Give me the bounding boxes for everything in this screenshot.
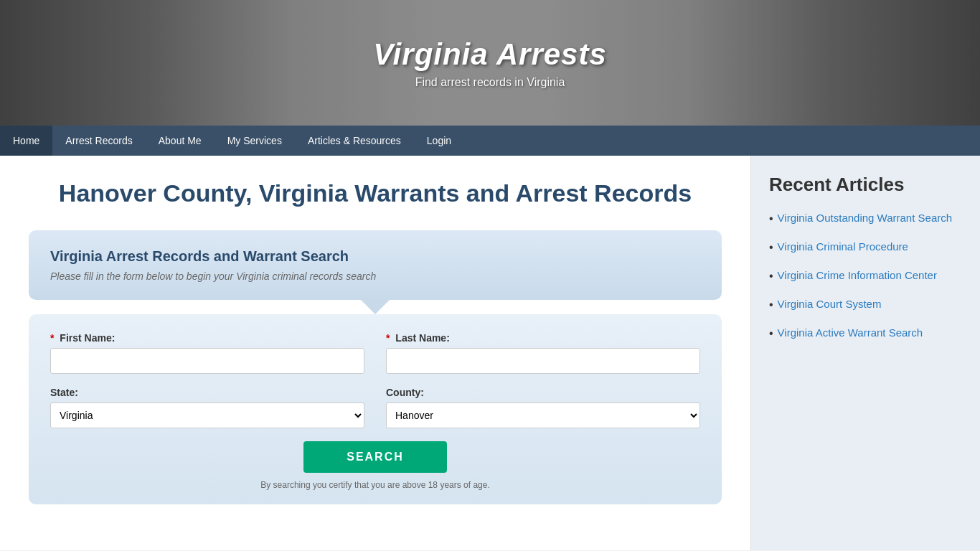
nav-link-articles[interactable]: Articles & Resources — [295, 126, 414, 156]
search-box-arrow — [361, 300, 390, 314]
main-content: Hanover County, Virginia Warrants and Ar… — [0, 156, 750, 550]
state-select[interactable]: Virginia — [50, 402, 364, 428]
form-disclaimer: By searching you certify that you are ab… — [50, 480, 700, 490]
article-link-5[interactable]: Virginia Active Warrant Search — [778, 325, 923, 342]
form-group-county: County: Hanover — [386, 387, 700, 428]
first-name-input[interactable] — [50, 348, 364, 374]
form-group-lastname: * Last Name: — [386, 332, 700, 374]
form-group-state: State: Virginia — [50, 387, 364, 428]
nav-link-about[interactable]: About Me — [146, 126, 215, 156]
site-title: Virginia Arrests — [373, 37, 607, 72]
last-name-label: * Last Name: — [386, 332, 700, 344]
county-label: County: — [386, 387, 700, 398]
nav-link-services[interactable]: My Services — [215, 126, 295, 156]
bullet-icon: • — [769, 210, 773, 227]
form-area: * First Name: * Last Name: State: — [29, 314, 722, 504]
county-select[interactable]: Hanover — [386, 402, 700, 428]
form-group-firstname: * First Name: — [50, 332, 364, 374]
sidebar-title: Recent Articles — [769, 174, 962, 196]
main-nav: Home Arrest Records About Me My Services… — [0, 126, 980, 156]
list-item: • Virginia Outstanding Warrant Search — [769, 210, 962, 227]
article-link-4[interactable]: Virginia Court System — [778, 296, 882, 313]
nav-link-login[interactable]: Login — [414, 126, 464, 156]
search-box-subtitle: Please fill in the form below to begin y… — [50, 270, 700, 282]
article-link-1[interactable]: Virginia Outstanding Warrant Search — [778, 210, 952, 227]
nav-item-arrest-records[interactable]: Arrest Records — [52, 126, 145, 156]
nav-link-home[interactable]: Home — [0, 126, 52, 156]
required-star-firstname: * — [50, 332, 54, 344]
list-item: • Virginia Court System — [769, 296, 962, 314]
list-item: • Virginia Crime Information Center — [769, 268, 962, 285]
nav-item-articles[interactable]: Articles & Resources — [295, 126, 414, 156]
header-content: Virginia Arrests Find arrest records in … — [373, 37, 607, 89]
list-item: • Virginia Criminal Procedure — [769, 239, 962, 256]
site-subtitle: Find arrest records in Virginia — [373, 76, 607, 89]
nav-link-arrest-records[interactable]: Arrest Records — [52, 126, 145, 156]
form-row-names: * First Name: * Last Name: — [50, 332, 700, 374]
recent-articles-list: • Virginia Outstanding Warrant Search • … — [769, 210, 962, 342]
bullet-icon: • — [769, 268, 773, 285]
last-name-label-text: Last Name: — [395, 332, 449, 344]
bullet-icon: • — [769, 325, 773, 342]
search-box-title: Virginia Arrest Records and Warrant Sear… — [50, 248, 700, 265]
nav-item-home[interactable]: Home — [0, 126, 52, 156]
site-header: Virginia Arrests Find arrest records in … — [0, 0, 980, 126]
state-label: State: — [50, 387, 364, 398]
sidebar: Recent Articles • Virginia Outstanding W… — [750, 156, 980, 550]
search-button[interactable]: SEARCH — [303, 441, 447, 473]
first-name-label-text: First Name: — [60, 332, 115, 344]
page-title: Hanover County, Virginia Warrants and Ar… — [29, 177, 722, 209]
bullet-icon: • — [769, 239, 773, 256]
nav-item-services[interactable]: My Services — [215, 126, 295, 156]
form-row-location: State: Virginia County: Hanover — [50, 387, 700, 428]
bullet-icon: • — [769, 296, 773, 314]
page-wrapper: Hanover County, Virginia Warrants and Ar… — [0, 156, 980, 550]
nav-item-about[interactable]: About Me — [146, 126, 215, 156]
last-name-input[interactable] — [386, 348, 700, 374]
article-link-2[interactable]: Virginia Criminal Procedure — [778, 239, 908, 255]
article-link-3[interactable]: Virginia Crime Information Center — [778, 268, 937, 284]
search-box: Virginia Arrest Records and Warrant Sear… — [29, 230, 722, 300]
first-name-label: * First Name: — [50, 332, 364, 344]
nav-item-login[interactable]: Login — [414, 126, 464, 156]
required-star-lastname: * — [386, 332, 390, 344]
list-item: • Virginia Active Warrant Search — [769, 325, 962, 342]
